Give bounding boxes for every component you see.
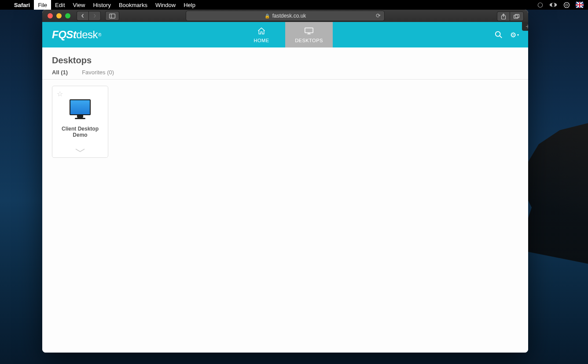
svg-point-3 <box>564 2 569 7</box>
tabs-overview-button[interactable] <box>510 11 524 21</box>
nav-home[interactable]: HOME <box>238 22 285 47</box>
brand-registered: ® <box>98 33 101 37</box>
address-bar[interactable]: 🔒 fastdesk.co.uk ⟳ <box>186 11 385 21</box>
svg-rect-9 <box>305 28 313 33</box>
dropdown-caret-icon: ▾ <box>517 33 519 37</box>
filter-tabs: All (1) Favorites (0) <box>42 69 528 80</box>
siri-icon[interactable] <box>562 1 570 9</box>
nav-back-forward <box>77 11 101 21</box>
app-header: FQStdesk® HOME DESKTOPS <box>42 22 528 47</box>
reload-button[interactable]: ⟳ <box>376 12 381 19</box>
brand-logo[interactable]: FQStdesk® <box>42 22 101 47</box>
menu-window[interactable]: Window <box>151 0 180 10</box>
chevron-down-icon[interactable] <box>75 147 85 154</box>
settings-menu[interactable]: ⚙▾ <box>511 31 518 39</box>
lock-icon: 🔒 <box>265 14 270 18</box>
favorite-star-icon[interactable]: ☆ <box>57 90 63 98</box>
desktop-icon <box>304 27 314 36</box>
input-source-uk[interactable] <box>576 1 584 9</box>
filter-all[interactable]: All (1) <box>52 69 68 76</box>
menu-history[interactable]: History <box>89 0 114 10</box>
apple-menu[interactable] <box>0 0 10 10</box>
svg-rect-8 <box>515 14 519 18</box>
nav-home-label: HOME <box>254 38 269 43</box>
menu-view[interactable]: View <box>69 0 89 10</box>
svg-line-13 <box>500 36 502 38</box>
page-title: Desktops <box>52 55 518 66</box>
mac-menubar: Safari File Edit View History Bookmarks … <box>0 0 588 10</box>
monitor-icon <box>70 99 91 115</box>
menu-file[interactable]: File <box>34 0 51 10</box>
web-page: FQStdesk® HOME DESKTOPS <box>42 22 528 353</box>
brand-text-bold: FQSt <box>52 29 76 41</box>
forward-button[interactable] <box>88 11 101 21</box>
status-icon-2[interactable] <box>549 1 557 9</box>
window-titlebar: 🔒 fastdesk.co.uk ⟳ <box>42 10 528 22</box>
primary-nav: HOME DESKTOPS <box>238 22 333 47</box>
minimize-window-button[interactable] <box>56 13 62 18</box>
menu-edit[interactable]: Edit <box>51 0 69 10</box>
home-icon <box>257 27 266 36</box>
svg-point-0 <box>538 3 543 7</box>
nav-desktops-label: DESKTOPS <box>295 38 323 43</box>
svg-point-2 <box>552 3 555 7</box>
svg-rect-4 <box>110 14 115 18</box>
share-button[interactable] <box>497 11 510 21</box>
menu-bookmarks[interactable]: Bookmarks <box>115 0 151 10</box>
desktop-card[interactable]: ☆ Client Desktop Demo <box>52 86 108 158</box>
svg-rect-7 <box>514 15 518 18</box>
desktop-name: Client Desktop Demo <box>52 126 108 138</box>
brand-text-light: desk <box>76 29 98 41</box>
url-text: fastdesk.co.uk <box>272 13 306 19</box>
window-controls <box>42 13 70 18</box>
appmenu-safari[interactable]: Safari <box>10 0 34 10</box>
back-button[interactable] <box>77 11 88 21</box>
zoom-window-button[interactable] <box>65 13 70 18</box>
search-icon[interactable] <box>495 31 503 39</box>
content-area: Desktops All (1) Favorites (0) ☆ Client … <box>42 47 528 164</box>
svg-point-12 <box>496 32 500 36</box>
nav-desktops[interactable]: DESKTOPS <box>285 22 333 47</box>
menu-help[interactable]: Help <box>180 0 199 10</box>
close-window-button[interactable] <box>48 13 53 18</box>
sidebar-toggle-button[interactable] <box>105 11 119 21</box>
filter-favorites[interactable]: Favorites (0) <box>82 69 114 76</box>
safari-window: 🔒 fastdesk.co.uk ⟳ ＋ FQStdesk® <box>42 10 528 353</box>
status-icon-1[interactable] <box>536 1 544 9</box>
new-tab-button[interactable]: ＋ <box>522 22 528 31</box>
